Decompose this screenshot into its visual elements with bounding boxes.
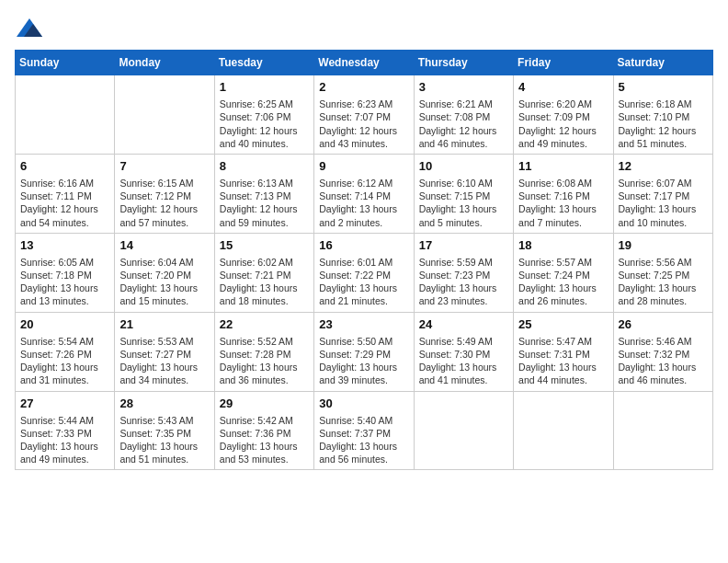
day-info: Sunrise: 5:43 AMSunset: 7:35 PMDaylight:… [119, 414, 209, 466]
sunset-text: Sunset: 7:07 PM [319, 110, 408, 123]
sunrise-text: Sunrise: 5:46 AM [619, 335, 708, 348]
day-number: 28 [119, 396, 209, 412]
sunset-text: Sunset: 7:17 PM [619, 190, 708, 202]
day-info: Sunrise: 6:23 AMSunset: 7:07 PMDaylight:… [319, 98, 408, 150]
weekday-thursday: Thursday [414, 51, 513, 75]
sunrise-text: Sunrise: 6:12 AM [319, 177, 408, 190]
sunrise-text: Sunrise: 5:49 AM [419, 335, 508, 348]
sunset-text: Sunset: 7:16 PM [518, 190, 608, 202]
sunrise-text: Sunrise: 6:10 AM [419, 177, 508, 190]
day-number: 17 [419, 237, 508, 254]
sunset-text: Sunset: 7:30 PM [419, 348, 508, 361]
weekday-header: SundayMondayTuesdayWednesdayThursdayFrid… [16, 51, 713, 75]
sunrise-text: Sunrise: 6:18 AM [619, 98, 708, 110]
sunset-text: Sunset: 7:18 PM [20, 269, 109, 282]
daylight-text: Daylight: 12 hours and 51 minutes. [619, 124, 708, 150]
sunrise-text: Sunrise: 6:02 AM [220, 256, 309, 269]
day-number: 5 [619, 79, 708, 96]
day-number: 27 [20, 396, 109, 412]
weekday-wednesday: Wednesday [314, 51, 414, 75]
day-number: 23 [319, 316, 408, 333]
day-number: 22 [220, 316, 309, 333]
daylight-text: Daylight: 13 hours and 36 minutes. [220, 361, 309, 386]
sunrise-text: Sunrise: 6:21 AM [419, 98, 508, 110]
day-info: Sunrise: 6:08 AMSunset: 7:16 PMDaylight:… [518, 177, 608, 229]
day-number: 26 [619, 316, 708, 333]
sunrise-text: Sunrise: 5:59 AM [419, 256, 508, 269]
sunset-text: Sunset: 7:12 PM [119, 190, 209, 202]
day-number: 19 [619, 237, 708, 254]
sunrise-text: Sunrise: 6:20 AM [518, 98, 608, 110]
sunset-text: Sunset: 7:15 PM [419, 190, 508, 202]
day-cell: 29Sunrise: 5:42 AMSunset: 7:36 PMDayligh… [214, 391, 313, 470]
day-number: 30 [319, 396, 408, 412]
day-number: 15 [220, 237, 309, 254]
day-info: Sunrise: 6:10 AMSunset: 7:15 PMDaylight:… [419, 177, 508, 229]
day-cell: 2Sunrise: 6:23 AMSunset: 7:07 PMDaylight… [314, 75, 414, 155]
day-cell: 16Sunrise: 6:01 AMSunset: 7:22 PMDayligh… [314, 233, 414, 312]
day-info: Sunrise: 6:20 AMSunset: 7:09 PMDaylight:… [518, 98, 608, 150]
day-cell [414, 391, 513, 470]
day-info: Sunrise: 6:01 AMSunset: 7:22 PMDaylight:… [319, 256, 408, 308]
daylight-text: Daylight: 13 hours and 2 minutes. [319, 202, 408, 228]
day-cell: 12Sunrise: 6:07 AMSunset: 7:17 PMDayligh… [613, 154, 712, 233]
sunset-text: Sunset: 7:22 PM [319, 269, 408, 282]
daylight-text: Daylight: 13 hours and 34 minutes. [119, 361, 209, 386]
sunset-text: Sunset: 7:26 PM [20, 348, 109, 361]
daylight-text: Daylight: 12 hours and 46 minutes. [419, 124, 508, 150]
day-number: 11 [518, 158, 608, 175]
day-number: 29 [220, 396, 309, 412]
day-cell: 4Sunrise: 6:20 AMSunset: 7:09 PMDaylight… [514, 75, 613, 155]
daylight-text: Daylight: 13 hours and 23 minutes. [419, 282, 508, 307]
day-cell: 28Sunrise: 5:43 AMSunset: 7:35 PMDayligh… [115, 391, 214, 470]
sunrise-text: Sunrise: 6:05 AM [20, 256, 109, 269]
day-number: 10 [419, 158, 508, 175]
daylight-text: Daylight: 13 hours and 21 minutes. [319, 282, 408, 307]
day-info: Sunrise: 5:40 AMSunset: 7:37 PMDaylight:… [319, 414, 408, 466]
daylight-text: Daylight: 13 hours and 51 minutes. [119, 440, 209, 465]
day-cell: 25Sunrise: 5:47 AMSunset: 7:31 PMDayligh… [514, 312, 613, 391]
calendar-body: 1Sunrise: 6:25 AMSunset: 7:06 PMDaylight… [16, 75, 713, 470]
day-info: Sunrise: 5:44 AMSunset: 7:33 PMDaylight:… [20, 414, 109, 466]
sunset-text: Sunset: 7:11 PM [20, 190, 109, 202]
day-info: Sunrise: 6:07 AMSunset: 7:17 PMDaylight:… [619, 177, 708, 229]
day-info: Sunrise: 5:49 AMSunset: 7:30 PMDaylight:… [419, 335, 508, 387]
day-info: Sunrise: 5:46 AMSunset: 7:32 PMDaylight:… [619, 335, 708, 387]
day-cell: 24Sunrise: 5:49 AMSunset: 7:30 PMDayligh… [414, 312, 513, 391]
day-info: Sunrise: 6:16 AMSunset: 7:11 PMDaylight:… [20, 177, 109, 229]
day-number: 2 [319, 79, 408, 96]
day-number: 1 [220, 79, 309, 96]
logo-icon [15, 15, 44, 40]
daylight-text: Daylight: 13 hours and 53 minutes. [220, 440, 309, 465]
day-info: Sunrise: 5:50 AMSunset: 7:29 PMDaylight:… [319, 335, 408, 387]
sunrise-text: Sunrise: 5:42 AM [220, 414, 309, 427]
day-cell: 13Sunrise: 6:05 AMSunset: 7:18 PMDayligh… [16, 233, 115, 312]
day-number: 25 [518, 316, 608, 333]
day-cell: 18Sunrise: 5:57 AMSunset: 7:24 PMDayligh… [514, 233, 613, 312]
sunrise-text: Sunrise: 5:50 AM [319, 335, 408, 348]
day-cell: 6Sunrise: 6:16 AMSunset: 7:11 PMDaylight… [16, 154, 115, 233]
sunset-text: Sunset: 7:28 PM [220, 348, 309, 361]
day-number: 7 [119, 158, 209, 175]
day-cell: 19Sunrise: 5:56 AMSunset: 7:25 PMDayligh… [613, 233, 712, 312]
day-cell: 7Sunrise: 6:15 AMSunset: 7:12 PMDaylight… [115, 154, 214, 233]
day-cell: 26Sunrise: 5:46 AMSunset: 7:32 PMDayligh… [613, 312, 712, 391]
sunrise-text: Sunrise: 5:47 AM [518, 335, 608, 348]
sunset-text: Sunset: 7:37 PM [319, 427, 408, 440]
day-info: Sunrise: 5:54 AMSunset: 7:26 PMDaylight:… [20, 335, 109, 387]
day-info: Sunrise: 5:57 AMSunset: 7:24 PMDaylight:… [518, 256, 608, 308]
daylight-text: Daylight: 13 hours and 39 minutes. [319, 361, 408, 386]
day-cell: 11Sunrise: 6:08 AMSunset: 7:16 PMDayligh… [514, 154, 613, 233]
sunrise-text: Sunrise: 6:08 AM [518, 177, 608, 190]
sunrise-text: Sunrise: 5:43 AM [119, 414, 209, 427]
sunset-text: Sunset: 7:10 PM [619, 110, 708, 123]
weekday-monday: Monday [115, 51, 214, 75]
day-cell: 14Sunrise: 6:04 AMSunset: 7:20 PMDayligh… [115, 233, 214, 312]
sunset-text: Sunset: 7:25 PM [619, 269, 708, 282]
sunset-text: Sunset: 7:13 PM [220, 190, 309, 202]
calendar: SundayMondayTuesdayWednesdayThursdayFrid… [15, 50, 713, 470]
day-number: 13 [20, 237, 109, 254]
sunrise-text: Sunrise: 5:44 AM [20, 414, 109, 427]
sunset-text: Sunset: 7:36 PM [220, 427, 309, 440]
day-number: 3 [419, 79, 508, 96]
